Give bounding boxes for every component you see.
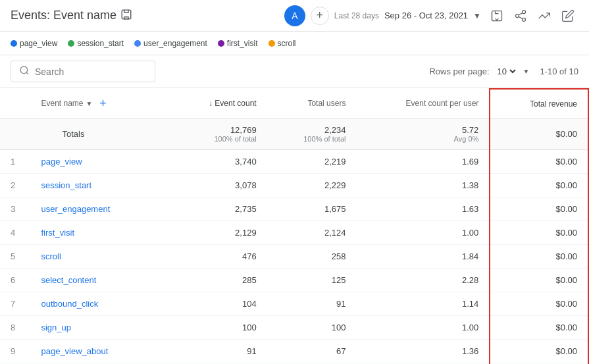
- header-left: Events: Event name: [11, 9, 132, 23]
- row-event-count: 476: [170, 245, 267, 269]
- date-range-selector[interactable]: Last 28 days Sep 26 - Oct 23, 2021 ▼: [334, 11, 481, 20]
- legend-label-scroll: scroll: [278, 39, 296, 48]
- row-total-users: 2,229: [267, 174, 357, 197]
- col-event-count[interactable]: ↓ Event count: [170, 89, 267, 118]
- row-event-count: 3,078: [170, 174, 267, 197]
- row-event-name[interactable]: sign_up: [30, 316, 169, 340]
- col-total-users: Total users: [267, 89, 357, 118]
- table-row: 2 session_start 3,078 2,229 1.38 $0.00: [0, 174, 588, 197]
- row-total-users: 2,219: [267, 150, 357, 174]
- row-total-revenue: $0.00: [490, 316, 588, 340]
- row-event-count-per-user: 1.36: [356, 340, 490, 363]
- table-toolbar: Rows per page: 10 25 50 ▼ 1-10 of 10: [0, 55, 589, 88]
- row-event-name[interactable]: page_view_about: [30, 340, 169, 363]
- explore-button[interactable]: [534, 5, 555, 26]
- row-event-count-per-user: 1.63: [356, 197, 490, 221]
- row-event-name[interactable]: scroll: [30, 245, 169, 269]
- legend-label-user-engagement: user_engagement: [143, 39, 207, 48]
- header-icons: [486, 5, 578, 26]
- row-num: 8: [0, 316, 30, 340]
- header-right: A + Last 28 days Sep 26 - Oct 23, 2021 ▼: [284, 5, 578, 26]
- svg-line-8: [26, 72, 28, 74]
- col-event-count-per-user: Event count per user: [356, 89, 490, 118]
- legend-label-page-view: page_view: [20, 39, 57, 48]
- legend-dot-page-view: [11, 40, 17, 47]
- row-event-count-per-user: 1.84: [356, 245, 490, 269]
- row-event-name[interactable]: first_visit: [30, 221, 169, 245]
- row-event-name[interactable]: page_view: [30, 150, 169, 174]
- add-comparison-button[interactable]: +: [311, 7, 329, 25]
- row-event-count: 2,735: [170, 197, 267, 221]
- edit-button[interactable]: [557, 5, 578, 26]
- row-event-count: 91: [170, 340, 267, 363]
- row-event-name[interactable]: outbound_click: [30, 292, 169, 316]
- row-event-name[interactable]: session_start: [30, 174, 169, 197]
- svg-point-4: [523, 18, 526, 21]
- row-total-users: 100: [267, 316, 357, 340]
- totals-total-users: 2,234100% of total: [267, 118, 357, 150]
- svg-point-7: [20, 66, 28, 74]
- row-event-count: 2,129: [170, 221, 267, 245]
- table-row: 8 sign_up 100 100 1.00 $0.00: [0, 316, 588, 340]
- legend-item-scroll: scroll: [269, 39, 296, 48]
- search-input[interactable]: [35, 66, 147, 77]
- legend-dot-session-start: [68, 40, 74, 47]
- add-column-button[interactable]: +: [95, 95, 111, 111]
- row-event-count: 104: [170, 292, 267, 316]
- row-num: 6: [0, 269, 30, 292]
- row-event-name[interactable]: user_engagement: [30, 197, 169, 221]
- legend-dot-first-visit: [218, 40, 224, 47]
- table-row: 6 select_content 285 125 2.28 $0.00: [0, 269, 588, 292]
- table-header-row: Event name ▼ + ↓ Event count Total users…: [0, 89, 588, 118]
- row-num: 7: [0, 292, 30, 316]
- date-label: Last 28 days: [334, 11, 379, 20]
- title-text: Events: Event name: [11, 9, 116, 22]
- legend-label-session-start: session_start: [77, 39, 124, 48]
- svg-point-3: [516, 14, 519, 17]
- pagination-range: 1-10 of 10: [540, 66, 578, 76]
- totals-event-count-per-user: 5.72Avg 0%: [356, 118, 490, 150]
- totals-event-name: Totals: [30, 118, 169, 150]
- legend-dot-scroll: [269, 40, 275, 47]
- totals-num: [0, 118, 30, 150]
- legend-item-user-engagement: user_engagement: [134, 39, 207, 48]
- svg-line-6: [519, 13, 523, 14]
- totals-total-revenue: $0.00: [490, 118, 588, 150]
- legend-item-first-visit: first_visit: [218, 39, 258, 48]
- chart-legend: page_view session_start user_engagement …: [0, 32, 589, 55]
- row-total-users: 125: [267, 269, 357, 292]
- row-total-revenue: $0.00: [490, 269, 588, 292]
- row-total-revenue: $0.00: [490, 245, 588, 269]
- row-total-revenue: $0.00: [490, 197, 588, 221]
- row-total-revenue: $0.00: [490, 340, 588, 363]
- table-row: 5 scroll 476 258 1.84 $0.00: [0, 245, 588, 269]
- chevron-down-icon: ▼: [523, 68, 530, 75]
- save-icon[interactable]: [120, 9, 132, 23]
- save-report-button[interactable]: [486, 5, 507, 26]
- col-total-revenue: Total revenue: [490, 89, 588, 118]
- row-event-name[interactable]: select_content: [30, 269, 169, 292]
- row-event-count-per-user: 1.00: [356, 316, 490, 340]
- svg-rect-0: [122, 10, 131, 19]
- sort-arrow-event-name: ▼: [86, 100, 93, 107]
- totals-row: Totals 12,769100% of total 2,234100% of …: [0, 118, 588, 150]
- row-total-revenue: $0.00: [490, 174, 588, 197]
- legend-label-first-visit: first_visit: [227, 39, 258, 48]
- share-button[interactable]: [510, 5, 531, 26]
- row-event-count-per-user: 1.00: [356, 221, 490, 245]
- row-total-revenue: $0.00: [490, 292, 588, 316]
- legend-item-session-start: session_start: [68, 39, 124, 48]
- page-title: Events: Event name: [11, 9, 132, 23]
- row-num: 9: [0, 340, 30, 363]
- table-row: 4 first_visit 2,129 2,124 1.00 $0.00: [0, 221, 588, 245]
- row-num: 2: [0, 174, 30, 197]
- legend-dot-user-engagement: [134, 40, 141, 47]
- date-dropdown-icon: ▼: [473, 11, 481, 20]
- row-total-users: 258: [267, 245, 357, 269]
- col-num: [0, 89, 30, 118]
- search-box[interactable]: [11, 61, 155, 82]
- table-row: 1 page_view 3,740 2,219 1.69 $0.00: [0, 150, 588, 174]
- rows-per-page-label: Rows per page:: [429, 66, 489, 76]
- rows-per-page-select[interactable]: 10 25 50: [495, 66, 518, 77]
- row-event-count: 3,740: [170, 150, 267, 174]
